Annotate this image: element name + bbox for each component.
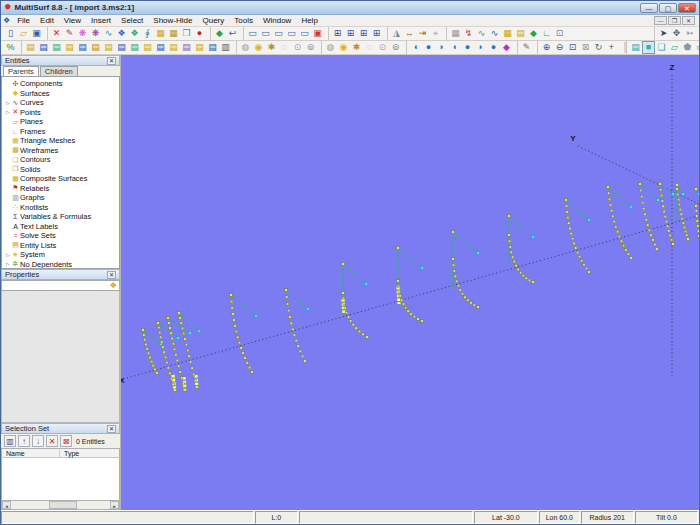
new-snake-icon[interactable]: ▤ — [102, 41, 115, 54]
view-home-icon[interactable]: ◖ — [409, 41, 422, 54]
tree-item-system[interactable]: ▷✳System — [2, 250, 119, 260]
show-all-icon[interactable]: ◍ — [239, 41, 252, 54]
mdi-restore-button[interactable]: ❐ — [668, 16, 681, 25]
visible-all-icon[interactable]: ◍ — [324, 41, 337, 54]
drag-point-icon[interactable]: ❋ — [76, 27, 89, 40]
solid-mode-icon[interactable]: ⬟ — [681, 41, 694, 54]
undo-arrow-icon[interactable]: ↩ — [226, 27, 239, 40]
drag-curve-icon[interactable]: ❋ — [89, 27, 102, 40]
table2-icon[interactable]: ▦ — [167, 27, 180, 40]
new-file-icon[interactable]: ▯ — [4, 27, 17, 40]
mesh-icon[interactable]: ▤ — [514, 27, 527, 40]
tree-item-components[interactable]: ✣Components — [2, 79, 119, 89]
remove-entity-icon[interactable]: ✕ — [46, 435, 58, 447]
hidden-line-mode-icon[interactable]: ▱ — [668, 41, 681, 54]
insert-diamond-icon[interactable]: ◆ — [213, 27, 226, 40]
menu-file[interactable]: File — [12, 15, 35, 27]
cube-icon[interactable]: ❐ — [180, 27, 193, 40]
menu-select[interactable]: Select — [116, 15, 148, 27]
show-icon[interactable]: ◉ — [252, 41, 265, 54]
tree-item-planes[interactable]: ▱Planes — [2, 117, 119, 127]
menu-show-hide[interactable]: Show-Hide — [148, 15, 197, 27]
view-left-icon[interactable]: ◖ — [448, 41, 461, 54]
locate-icon[interactable]: ⌖ — [429, 27, 442, 40]
sketch-pencil-icon[interactable]: ✎ — [520, 41, 533, 54]
new-line-icon[interactable]: ▤ — [50, 41, 63, 54]
tree-item-surfaces[interactable]: ◆Surfaces — [2, 89, 119, 99]
new-revolution-icon[interactable]: ▤ — [141, 41, 154, 54]
menu-tools[interactable]: Tools — [229, 15, 258, 27]
visible-children-icon[interactable]: ⊚ — [389, 41, 402, 54]
window-close-icon[interactable]: ▣ — [311, 27, 324, 40]
menu-window[interactable]: Window — [258, 15, 296, 27]
select-marked-icon[interactable]: ⊞ — [370, 27, 383, 40]
menu-edit[interactable]: Edit — [35, 15, 59, 27]
scroll-right-icon[interactable]: ▸ — [110, 501, 119, 509]
ribbon-blue-icon[interactable]: ❖ — [115, 27, 128, 40]
ball-icon[interactable]: ● — [193, 27, 206, 40]
select-all-icon[interactable]: ⊞ — [331, 27, 344, 40]
delete-icon[interactable]: ✕ — [50, 27, 63, 40]
properties-find-icon[interactable]: ❖ — [110, 281, 119, 290]
solid-green-icon[interactable]: ◆ — [527, 27, 540, 40]
selection-set-hscrollbar[interactable]: ◂ ▸ — [1, 501, 120, 510]
tree-item-relabels[interactable]: ⚑Relabels — [2, 184, 119, 194]
scale-percent-icon[interactable]: % — [4, 41, 17, 54]
close-icon[interactable]: ✕ — [107, 271, 116, 279]
scroll-left-icon[interactable]: ◂ — [2, 501, 11, 509]
view-front-icon[interactable]: ◗ — [474, 41, 487, 54]
tree-item-text-labels[interactable]: AText Labels — [2, 222, 119, 232]
tab-children[interactable]: Children — [40, 66, 78, 76]
window-vertical-icon[interactable]: ▭ — [285, 27, 298, 40]
rotate-view-icon[interactable]: ↻ — [592, 41, 605, 54]
show-parents-icon[interactable]: ⊙ — [291, 41, 304, 54]
layered-mode-icon[interactable]: ❏ — [655, 41, 668, 54]
entities-tree[interactable]: ✣Components◆Surfaces▷∿Curves▷✕Points▱Pla… — [1, 76, 120, 269]
move-up-icon[interactable]: ↑ — [18, 435, 30, 447]
tree-item-no-dependents[interactable]: ▷✲No Dependents — [2, 260, 119, 270]
columns-icon[interactable]: ▥ — [4, 435, 16, 447]
box-icon[interactable]: ⊡ — [553, 27, 566, 40]
new-ruled-icon[interactable]: ▤ — [128, 41, 141, 54]
viewport-canvas[interactable]: XYZ — [121, 55, 699, 510]
close-icon[interactable]: ✕ — [107, 425, 116, 433]
properties-name-row[interactable]: ❖ — [1, 280, 120, 291]
new-bead-icon[interactable]: ▤ — [37, 41, 50, 54]
triangle-ruler-icon[interactable]: ◮ — [390, 27, 403, 40]
pointer-pan-icon[interactable]: ✥ — [670, 27, 683, 40]
ring-curve-icon[interactable]: ∿ — [475, 27, 488, 40]
tree-item-entity-lists[interactable]: ▤Entity Lists — [2, 241, 119, 251]
mesh-x-icon[interactable]: ▦ — [501, 27, 514, 40]
show-new-icon[interactable]: ✱ — [265, 41, 278, 54]
new-ccurve-icon[interactable]: ▤ — [89, 41, 102, 54]
tree-item-solve-sets[interactable]: =Solve Sets — [2, 231, 119, 241]
view-top-icon[interactable]: ● — [422, 41, 435, 54]
new-blend-icon[interactable]: ▤ — [154, 41, 167, 54]
clear-selection-icon[interactable]: ⊠ — [60, 435, 72, 447]
mdi-minimize-button[interactable]: — — [654, 16, 667, 25]
minimize-button[interactable]: — — [640, 3, 658, 13]
menu-query[interactable]: Query — [197, 15, 229, 27]
curve-pen-icon[interactable]: ∿ — [102, 27, 115, 40]
tree-item-graphs[interactable]: ▥Graphs — [2, 193, 119, 203]
zoom-out-icon[interactable]: ⊖ — [553, 41, 566, 54]
wireframe-mode-icon[interactable]: ▤ — [629, 41, 642, 54]
show-children-icon[interactable]: ⊚ — [304, 41, 317, 54]
mdi-close-button[interactable]: ✕ — [682, 16, 695, 25]
offset-icon[interactable]: ⇥ — [416, 27, 429, 40]
zoom-in-icon[interactable]: ⊕ — [540, 41, 553, 54]
pointer-query-icon[interactable]: ➳ — [683, 27, 696, 40]
loop-icon[interactable]: ∮ — [141, 27, 154, 40]
new-label-icon[interactable]: ▤ — [193, 41, 206, 54]
shaded-mode-icon[interactable]: ■ — [642, 41, 655, 54]
view-back-icon[interactable]: ● — [487, 41, 500, 54]
new-formula-icon[interactable]: ▤ — [180, 41, 193, 54]
invisible-icon[interactable]: ◌ — [363, 41, 376, 54]
zoom-window-icon[interactable]: ⊡ — [566, 41, 579, 54]
menu-help[interactable]: Help — [296, 15, 322, 27]
selection-set-list[interactable] — [1, 458, 120, 501]
new-surface-icon[interactable]: ▤ — [115, 41, 128, 54]
visible-icon[interactable]: ◉ — [337, 41, 350, 54]
viewport-3d[interactable]: XYZ — [121, 55, 699, 510]
tree-item-contours[interactable]: ❏Contours — [2, 155, 119, 165]
